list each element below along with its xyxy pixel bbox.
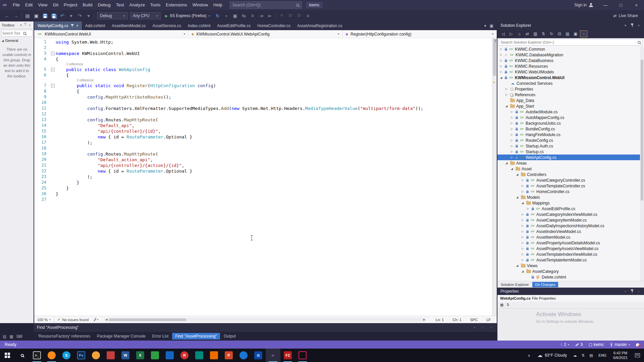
taskbar-app-word[interactable]: W <box>118 349 133 362</box>
code-line[interactable]: 24 } <box>34 180 497 185</box>
fold-marker-icon[interactable]: − <box>51 68 55 71</box>
tree-item[interactable]: @Delete.cshtml <box>497 274 644 280</box>
expander-icon[interactable]: ▷ <box>520 190 525 193</box>
code-line[interactable]: 18 <box>34 145 497 151</box>
tree-item[interactable]: ▷C#AssetItemModel.cs <box>497 234 644 240</box>
code-line[interactable]: 10 <box>34 100 497 106</box>
taskbar-app-filezilla[interactable]: FZ <box>280 349 295 362</box>
taskbar-app-skype[interactable]: S <box>59 349 74 362</box>
editor-tab[interactable]: AssetEditProfile.cs <box>214 21 254 30</box>
expander-icon[interactable]: ▷ <box>499 70 503 73</box>
expander-icon[interactable]: ▷ <box>520 230 525 233</box>
code-line[interactable]: 21 "api/{controller}/{action}/{id}", <box>34 163 497 168</box>
tree-item[interactable]: ▷C#AssetPropertyAssetDetailsModel.cs <box>497 240 644 246</box>
home-icon[interactable]: ⌂ <box>516 31 523 37</box>
stop-icon[interactable]: ▪ <box>222 11 231 20</box>
tray-icon[interactable]: ⇅ <box>579 353 587 358</box>
outline-icon[interactable]: ≡ <box>248 11 257 20</box>
tree-item[interactable]: ▷C#AssetIndexViewModel.cs <box>497 229 644 234</box>
code-cleanup-button[interactable]: ▾ <box>92 318 101 321</box>
close-icon[interactable]: × <box>637 289 641 294</box>
expander-icon[interactable]: ◢ <box>515 173 520 176</box>
outdent-icon[interactable]: ⇤ <box>266 11 274 20</box>
tool-window-tab[interactable]: Solution Explorer <box>498 282 532 287</box>
expander-icon[interactable]: ▷ <box>509 133 514 136</box>
solution-search-input[interactable] <box>501 40 636 44</box>
menu-view[interactable]: View <box>35 0 50 10</box>
taskbar-app-powerpoint[interactable]: P <box>221 349 236 362</box>
editor-tab[interactable]: HomeController.cs <box>254 21 294 30</box>
branch-button[interactable]: master ▾ <box>610 342 630 347</box>
toolbox-section-general[interactable]: ◢ General <box>0 38 34 44</box>
code-line[interactable]: 8 { <box>34 88 497 94</box>
maximize-button[interactable]: □ <box>613 0 629 10</box>
code-editor[interactable]: 1using System.Web.Http;23−namespace KWMi… <box>34 38 497 316</box>
tree-item[interactable]: ◢Asset <box>497 166 644 172</box>
scroll-right-icon[interactable]: ▶ <box>422 318 426 322</box>
taskbar-app-green-tile[interactable] <box>148 349 162 362</box>
expander-icon[interactable]: ▷ <box>520 253 525 256</box>
tree-item[interactable]: ▷C#HomeController.cs <box>497 189 644 194</box>
tree-item[interactable]: ▷C#AssetPropertyAssetsViewModel.cs <box>497 246 644 251</box>
editor-horizontal-scrollbar[interactable]: ◀ ▶ <box>104 318 426 322</box>
expander-icon[interactable]: ▷ <box>499 48 503 51</box>
code-line[interactable]: 4{ <box>34 56 497 62</box>
tree-item[interactable]: ▷C#AssetTemplateController.cs <box>497 183 644 189</box>
space-mode-indicator[interactable]: SPC <box>470 318 478 322</box>
editor-vertical-scrollbar[interactable] <box>492 38 497 316</box>
properties-icon[interactable]: ▣ <box>572 31 579 37</box>
expander-icon[interactable]: ▷ <box>499 59 503 62</box>
code-line[interactable]: 11 config.Formatters.XmlFormatter.Suppor… <box>34 106 497 111</box>
taskbar-search-button[interactable] <box>15 349 30 362</box>
tree-item[interactable]: ◢App_Start <box>497 103 644 109</box>
minimize-button[interactable]: — <box>598 0 613 10</box>
editor-tab[interactable]: WebApiConfig.cs× <box>34 21 82 30</box>
tool-window-tab[interactable]: Git Changes <box>532 282 558 287</box>
code-line[interactable]: 12 <box>34 111 497 117</box>
tree-item[interactable]: ▷C#AssetTemplateItemModel.cs <box>497 257 644 263</box>
code-line[interactable]: 1using System.Web.Http; <box>34 39 497 45</box>
tree-item[interactable]: ▷C#Startup.cs <box>497 149 644 155</box>
line-ending-indicator[interactable]: LF <box>486 318 491 322</box>
expander-icon[interactable]: ▷ <box>504 87 509 90</box>
menu-help[interactable]: Help <box>211 0 225 10</box>
expander-icon[interactable]: ▷ <box>509 150 514 153</box>
hidden-icons-chevron[interactable]: ∧ <box>525 354 533 357</box>
tree-item[interactable]: ▷C#Startup.Auth.cs <box>497 143 644 149</box>
redo-icon[interactable]: ↷ <box>75 11 84 20</box>
menu-edit[interactable]: Edit <box>22 0 35 10</box>
active-files-dropdown-icon[interactable]: ▾ <box>484 23 486 28</box>
taskbar-app-calculator[interactable]: ⊞ <box>251 349 266 362</box>
chevron-down-icon[interactable]: ▾ <box>623 289 628 294</box>
code-line[interactable]: 20 "Default_action_api", <box>34 157 497 163</box>
expander-icon[interactable]: ▷ <box>504 93 509 96</box>
sync-with-active-document-icon[interactable]: ⇅ <box>540 31 547 37</box>
taskbar-app-jetbrains[interactable] <box>295 349 310 362</box>
taskbar-app-visual-studio[interactable]: ∞ <box>266 349 280 362</box>
taskbar-app-blue-tile[interactable] <box>162 349 177 362</box>
expander-icon[interactable]: ▷ <box>509 116 514 119</box>
expander-icon[interactable]: ▷ <box>509 110 514 113</box>
action-center-icon[interactable] <box>635 353 640 357</box>
back-icon[interactable]: ◁ <box>499 31 507 37</box>
tree-item[interactable]: ▷C#AssetCategoryController.cs <box>497 177 644 183</box>
code-line[interactable]: 22 new { id = RouteParameter.Optional } <box>34 168 497 174</box>
tree-item[interactable]: ▷C#AutofacModule.cs <box>497 109 644 115</box>
window-position-icon[interactable]: ▣ <box>490 23 493 28</box>
properties-object-selector[interactable]: WebApiConfig.cs File Properties <box>497 295 644 302</box>
chevron-down-icon[interactable]: ▾ <box>623 23 628 28</box>
panel-tab[interactable]: 'ResourceFactory' references <box>35 333 93 340</box>
tree-item[interactable]: ▷C#RouteConfig.cs <box>497 137 644 143</box>
tree-item[interactable]: ▷C#KWMC.DataBusiness <box>497 58 644 63</box>
navigate-icon[interactable]: ⇆ <box>239 11 248 20</box>
tray-icon[interactable]: ☁ <box>571 353 579 358</box>
clock[interactable]: 6:42 PM 6/6/2021 <box>610 351 631 360</box>
account-button[interactable]: kwmc <box>306 2 323 8</box>
taskbar-app-terminal[interactable]: >_ <box>30 349 44 362</box>
alphabetical-icon[interactable]: ⇅ <box>506 303 509 307</box>
fold-marker-icon[interactable]: − <box>51 84 55 87</box>
tree-item[interactable]: ▷C#HangFireModule.cs <box>497 132 644 137</box>
menu-test[interactable]: Test <box>113 0 127 10</box>
code-line[interactable]: 27 <box>34 197 497 202</box>
expander-icon[interactable]: ▷ <box>509 122 514 125</box>
